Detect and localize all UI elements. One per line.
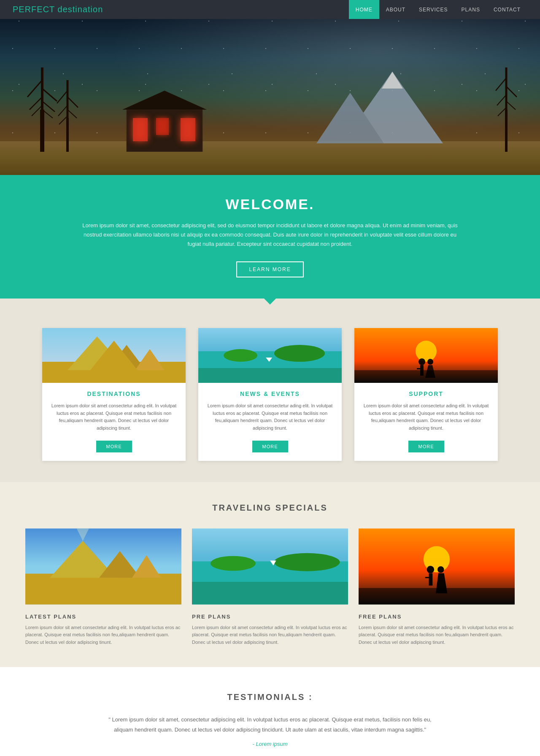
special-card-latest: LATEST PLANS Lorem ipsum dolor sit amet … (25, 527, 181, 646)
nav-item-home[interactable]: HOME (349, 0, 379, 19)
hero-tree-mid-left (55, 80, 80, 152)
svg-rect-64 (429, 573, 433, 585)
cards-grid: DESTINATIONS Lorem ipsum dolor sit amet … (25, 328, 515, 460)
svg-line-23 (506, 101, 516, 110)
svg-point-42 (416, 341, 437, 362)
card-destinations-body: Lorem ipsum dolor sit amet consectetur a… (42, 402, 186, 432)
svg-point-58 (274, 553, 340, 571)
nav-item-contact[interactable]: CONTACT (487, 0, 527, 19)
special-card-pre: PRE PLANS Lorem ipsum dolor sit amet con… (192, 527, 348, 646)
card-news: NEWS & EVENTS Lorem ipsum dolor sit amet… (198, 328, 342, 460)
nav-link-contact[interactable]: CONTACT (487, 0, 527, 19)
card-destinations-title: DESTINATIONS (42, 390, 186, 397)
brand-light: destination (55, 5, 103, 14)
card-news-btn[interactable]: MORE (252, 441, 288, 452)
card-destinations: DESTINATIONS Lorem ipsum dolor sit amet … (42, 328, 186, 460)
testimonials-heading: TESTIMONIALS : (42, 692, 498, 702)
svg-line-22 (497, 95, 506, 105)
brand-bold: PERFECT (13, 5, 55, 14)
svg-rect-45 (417, 368, 422, 369)
nav-item-plans[interactable]: PLANS (455, 0, 487, 19)
learn-more-button[interactable]: LEARN MORE (236, 261, 303, 277)
svg-point-38 (274, 345, 325, 362)
special-card-free: FREE PLANS Lorem ipsum dolor sit amet co… (359, 527, 515, 646)
card-support: SUPPORT Lorem ipsum dolor sit amet conse… (354, 328, 498, 460)
svg-marker-33 (108, 345, 146, 370)
specials-section: TRAVELING SPECIALS LATEST PLANS (0, 482, 540, 667)
navbar: PERFECT destination HOME ABOUT SERVICES … (0, 0, 540, 19)
svg-rect-31 (42, 362, 186, 383)
nav-link-plans[interactable]: PLANS (455, 0, 487, 19)
svg-point-59 (211, 556, 256, 570)
nav-link-about[interactable]: ABOUT (379, 0, 412, 19)
cards-section: DESTINATIONS Lorem ipsum dolor sit amet … (0, 311, 540, 482)
svg-marker-1 (382, 72, 403, 89)
svg-rect-27 (133, 118, 148, 141)
testimonial-quote: " Lorem ipsum dolor sit amet, consectetu… (101, 715, 439, 734)
card-img-pyramids (42, 328, 186, 383)
card-support-title: SUPPORT (354, 390, 498, 397)
svg-rect-28 (156, 118, 169, 135)
svg-rect-68 (359, 588, 515, 604)
card-img-couple (354, 328, 498, 383)
svg-point-63 (427, 566, 435, 573)
card-news-title: NEWS & EVENTS (198, 390, 342, 397)
welcome-section: WELCOME. Lorem ipsum dolor sit amet, con… (0, 175, 540, 299)
special-img-pyramids (25, 527, 181, 605)
special-free-title: FREE PLANS (359, 613, 515, 620)
welcome-body: Lorem ipsum dolor sit amet, consectetur … (80, 221, 460, 249)
special-pre-body: Lorem ipsum dolor sit amet consectetur a… (192, 624, 348, 646)
special-latest-title: LATEST PLANS (25, 613, 181, 620)
card-support-body: Lorem ipsum dolor sit amet consectetur a… (354, 402, 498, 432)
hero-section (0, 19, 540, 175)
svg-line-14 (68, 97, 78, 108)
svg-point-43 (418, 358, 425, 365)
svg-line-5 (27, 80, 42, 97)
svg-line-13 (57, 91, 68, 103)
svg-point-46 (427, 359, 433, 365)
testimonial-author: - Lorem ipsum (42, 741, 498, 747)
svg-point-39 (224, 349, 257, 362)
nav-item-about[interactable]: ABOUT (379, 0, 412, 19)
svg-line-16 (68, 110, 77, 118)
brand: PERFECT destination (13, 5, 103, 14)
special-img-beach (192, 527, 348, 605)
special-pre-title: PRE PLANS (192, 613, 348, 620)
card-img-beach (198, 328, 342, 383)
diamond-divider-top (0, 299, 540, 311)
svg-rect-50 (25, 573, 181, 604)
hero-house-svg (118, 89, 211, 152)
hero-mountain-svg (308, 67, 477, 152)
special-latest-body: Lorem ipsum dolor sit amet consectetur a… (25, 624, 181, 646)
special-free-body: Lorem ipsum dolor sit amet consectetur a… (359, 624, 515, 646)
welcome-heading: WELCOME. (42, 196, 498, 213)
special-img-sunset (359, 527, 515, 605)
svg-line-21 (506, 86, 517, 97)
nav-list: HOME ABOUT SERVICES PLANS CONTACT (349, 0, 527, 19)
svg-rect-48 (354, 370, 498, 383)
svg-marker-26 (122, 91, 207, 110)
svg-line-15 (58, 105, 68, 116)
nav-link-home[interactable]: HOME (349, 0, 379, 19)
svg-rect-37 (198, 368, 342, 383)
svg-rect-29 (181, 118, 195, 141)
specials-heading: TRAVELING SPECIALS (25, 503, 515, 513)
svg-rect-65 (425, 577, 431, 578)
nav-link-services[interactable]: SERVICES (412, 0, 454, 19)
testimonials-section: TESTIMONIALS : " Lorem ipsum dolor sit a… (0, 667, 540, 756)
svg-line-20 (496, 78, 506, 91)
card-support-btn[interactable]: MORE (408, 441, 444, 452)
nav-item-services[interactable]: SERVICES (412, 0, 454, 19)
card-news-body: Lorem ipsum dolor sit amet consectetur a… (198, 402, 342, 432)
hero-tree-left (25, 67, 59, 152)
specials-grid: LATEST PLANS Lorem ipsum dolor sit amet … (25, 527, 515, 646)
hero-tree-right (494, 67, 519, 152)
card-destinations-btn[interactable]: MORE (96, 441, 132, 452)
svg-rect-57 (192, 582, 348, 605)
svg-point-66 (437, 566, 444, 573)
